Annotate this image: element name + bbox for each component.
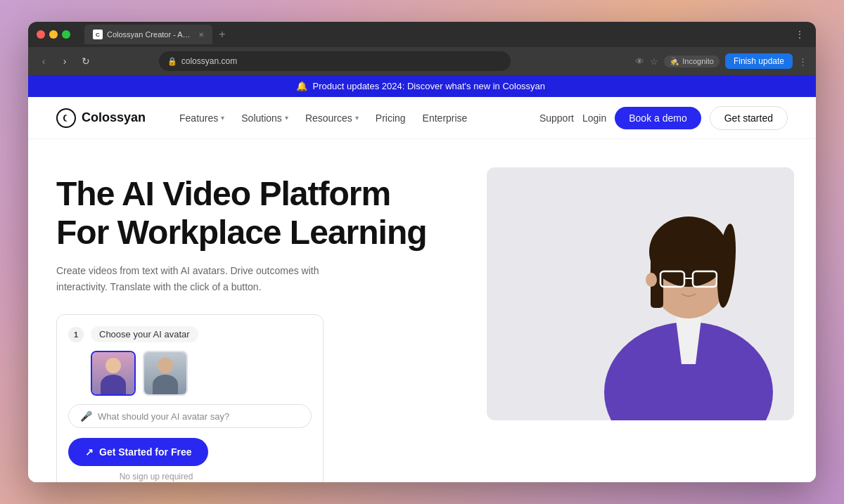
minimize-button[interactable] (49, 30, 58, 39)
logo[interactable]: Colossyan (56, 108, 146, 128)
finish-update-button[interactable]: Finish update (725, 53, 793, 69)
hero-image (487, 167, 794, 420)
address-actions: 👁 ☆ 🕵 Incognito Finish update ⋮ (635, 53, 807, 69)
avatar-input-placeholder: What should your AI avatar say? (98, 411, 229, 422)
cta-button[interactable]: ↗ Get Started for Free (68, 438, 208, 466)
mic-icon: 🎤 (80, 411, 92, 422)
avatar-female-image (92, 352, 134, 394)
traffic-lights (37, 30, 70, 39)
nav-login-link[interactable]: Login (582, 112, 606, 124)
incognito-badge: 🕵 Incognito (664, 56, 720, 67)
announcement-text: Product updates 2024: Discover what's ne… (313, 81, 546, 91)
no-signup-text: No sign up required (68, 472, 244, 482)
hero-title-line2: For Workplace Learning (56, 214, 427, 251)
svg-point-0 (57, 109, 75, 127)
maximize-button[interactable] (62, 30, 70, 39)
url-text: colossyan.com (181, 56, 237, 66)
avatars-row (68, 351, 312, 396)
logo-icon (56, 108, 76, 128)
nav-pricing[interactable]: Pricing (376, 112, 406, 124)
nav-solutions[interactable]: Solutions ▾ (241, 112, 288, 124)
browser-window: C Colossyan Creator - AI Video... ✕ + ⋮ … (28, 22, 816, 482)
incognito-label: Incognito (682, 57, 714, 65)
hero-left: The AI Video Platform For Workplace Lear… (56, 167, 459, 482)
hero-title: The AI Video Platform For Workplace Lear… (56, 174, 459, 252)
nav-links: Features ▾ Solutions ▾ Resources ▾ Prici… (179, 112, 539, 124)
announcement-bar[interactable]: 🔔 Product updates 2024: Discover what's … (28, 75, 816, 97)
cta-label: Get Started for Free (99, 446, 191, 458)
step-label: Choose your AI avatar (91, 326, 198, 342)
solutions-chevron-icon: ▾ (285, 114, 288, 122)
avatar-male-thumb[interactable] (143, 351, 188, 396)
hero-title-line1: The AI Video Platform (56, 175, 390, 212)
url-bar[interactable]: 🔒 colossyan.com (159, 51, 511, 71)
nav-features[interactable]: Features ▾ (179, 112, 224, 124)
widget-step-1: 1 Choose your AI avatar (68, 326, 312, 342)
refresh-button[interactable]: ↻ (79, 56, 93, 67)
new-tab-button[interactable]: + (215, 27, 229, 41)
chrome-options-icon[interactable]: ⋮ (798, 56, 807, 67)
tab-bar: C Colossyan Creator - AI Video... ✕ + (84, 25, 433, 44)
browser-chrome: C Colossyan Creator - AI Video... ✕ + ⋮ (28, 22, 816, 47)
hero-widget: 1 Choose your AI avatar 🎤 What should (56, 314, 324, 482)
avatar-text-input[interactable]: 🎤 What should your AI avatar say? (68, 404, 312, 428)
tab-close-icon[interactable]: ✕ (198, 31, 204, 39)
lock-icon: 🔒 (167, 57, 177, 66)
address-bar: ‹ › ↻ 🔒 colossyan.com 👁 ☆ 🕵 Incognito Fi… (28, 47, 816, 75)
active-tab[interactable]: C Colossyan Creator - AI Video... ✕ (84, 25, 212, 44)
external-link-icon: ↗ (85, 446, 94, 458)
nav-support-link[interactable]: Support (539, 112, 574, 124)
hero-section: The AI Video Platform For Workplace Lear… (28, 139, 816, 479)
eye-off-icon[interactable]: 👁 (635, 56, 644, 67)
resources-chevron-icon: ▾ (355, 114, 359, 122)
announcement-emoji: 🔔 (296, 81, 307, 91)
book-demo-button[interactable]: Book a demo (615, 107, 701, 129)
back-button[interactable]: ‹ (37, 56, 51, 67)
woman-avatar-svg (583, 167, 794, 420)
get-started-nav-button[interactable]: Get started (710, 106, 788, 130)
chrome-menu-icon[interactable]: ⋮ (792, 27, 807, 41)
logo-text: Colossyan (82, 110, 146, 125)
features-chevron-icon: ▾ (221, 114, 224, 122)
tab-favicon-icon: C (93, 30, 103, 39)
step-number: 1 (68, 327, 84, 342)
star-icon[interactable]: ☆ (650, 56, 658, 67)
close-button[interactable] (37, 30, 45, 39)
nav-resources[interactable]: Resources ▾ (305, 112, 359, 124)
avatar-male-image (144, 352, 186, 394)
main-nav: Colossyan Features ▾ Solutions ▾ Resourc… (28, 97, 816, 139)
tab-title: Colossyan Creator - AI Video... (107, 30, 191, 39)
nav-enterprise[interactable]: Enterprise (423, 112, 468, 124)
incognito-icon: 🕵 (670, 57, 679, 66)
svg-point-7 (646, 273, 657, 287)
nav-right: Support Login Book a demo Get started (539, 106, 788, 130)
website-content: 🔔 Product updates 2024: Discover what's … (28, 75, 816, 482)
hero-subtitle: Create videos from text with AI avatars.… (56, 263, 324, 295)
avatar-female-thumb[interactable] (91, 351, 136, 396)
hero-right (487, 167, 794, 420)
forward-button[interactable]: › (58, 56, 72, 67)
